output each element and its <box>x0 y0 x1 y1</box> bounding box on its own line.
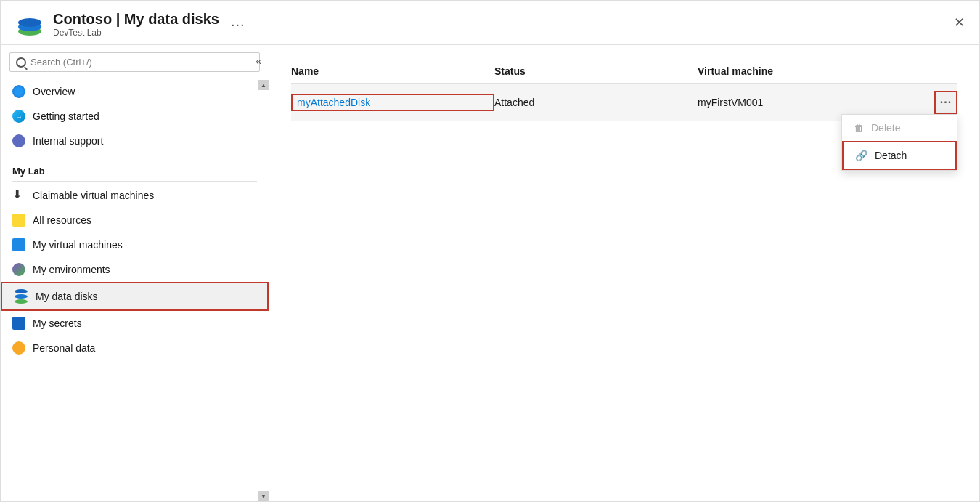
close-button[interactable]: ✕ <box>954 15 965 31</box>
col-header-name: Name <box>291 65 494 77</box>
sidebar-item-label: Internal support <box>33 135 103 147</box>
detach-icon: 🔗 <box>855 150 867 161</box>
sidebar-item-label: Claimable virtual machines <box>33 190 154 201</box>
getting-started-icon <box>12 110 25 123</box>
nav-divider <box>12 155 257 155</box>
col-header-vm: Virtual machine <box>698 65 957 77</box>
sidebar-item-getting-started[interactable]: Getting started <box>1 104 269 129</box>
search-icon <box>16 57 26 68</box>
main-content: Name Status Virtual machine myAttachedDi… <box>269 45 979 501</box>
sidebar-item-label: My data disks <box>36 291 98 302</box>
context-menu-detach[interactable]: 🔗 Detach <box>842 141 957 170</box>
claimable-icon: ⬇ <box>12 189 25 202</box>
all-resources-icon <box>12 214 25 227</box>
svg-point-2 <box>18 18 41 27</box>
disk-name-link[interactable]: myAttachedDisk <box>291 94 494 111</box>
table-row: myAttachedDisk Attached myFirstVM001 ···… <box>291 84 957 121</box>
environments-icon <box>12 263 25 276</box>
context-menu-detach-label: Detach <box>875 150 907 161</box>
context-menu-delete-label: Delete <box>871 122 900 134</box>
sidebar-item-overview[interactable]: Overview <box>1 79 269 104</box>
sidebar-item-internal-support[interactable]: Internal support <box>1 129 269 153</box>
nav-divider-2 <box>12 181 257 182</box>
page-subtitle: DevTest Lab <box>53 28 219 38</box>
header-title-group: Contoso | My data disks DevTest Lab <box>53 11 219 38</box>
sidebar-item-label: Overview <box>33 86 75 97</box>
sidebar-item-all-resources[interactable]: All resources <box>1 208 269 232</box>
search-input[interactable] <box>30 57 253 68</box>
sidebar-item-my-vms[interactable]: My virtual machines <box>1 232 269 257</box>
disk-status: Attached <box>494 97 698 108</box>
header-more-button[interactable]: ··· <box>231 16 245 33</box>
internal-support-icon <box>12 134 25 147</box>
page-title: Contoso | My data disks <box>53 11 219 28</box>
sidebar-nav: Overview Getting started Internal suppor… <box>1 79 269 501</box>
sidebar-item-label: All resources <box>33 214 91 226</box>
sidebar-item-label: Getting started <box>33 110 99 122</box>
disk-vm: myFirstVM001 <box>698 97 934 108</box>
sidebar-item-label: My environments <box>33 264 110 275</box>
sidebar-item-my-environments[interactable]: My environments <box>1 257 269 282</box>
scroll-down-arrow[interactable]: ▼ <box>258 491 269 501</box>
overview-icon <box>12 85 25 98</box>
header: Contoso | My data disks DevTest Lab ··· … <box>1 1 979 45</box>
search-box[interactable] <box>9 52 260 72</box>
personal-data-icon <box>12 341 25 355</box>
sidebar-item-label: My secrets <box>33 317 82 329</box>
sidebar: « Overview Getting started Internal supp… <box>1 45 269 501</box>
secrets-icon <box>12 317 25 330</box>
context-menu: 🗑 Delete 🔗 Detach <box>841 114 957 171</box>
delete-icon: 🗑 <box>854 122 864 134</box>
scroll-up-arrow[interactable]: ▲ <box>258 80 269 90</box>
sidebar-item-personal-data[interactable]: Personal data <box>1 336 269 360</box>
sidebar-item-my-data-disks[interactable]: My data disks <box>1 282 269 311</box>
body: « Overview Getting started Internal supp… <box>1 45 979 501</box>
table-header: Name Status Virtual machine <box>291 60 957 84</box>
sidebar-item-label: Personal data <box>33 342 95 354</box>
collapse-sidebar-button[interactable]: « <box>256 55 261 67</box>
app-logo-icon <box>15 9 44 39</box>
col-header-status: Status <box>494 65 698 77</box>
sidebar-item-label: My virtual machines <box>33 239 123 251</box>
data-disks-icon <box>14 289 28 304</box>
my-lab-section-label: My Lab <box>1 157 269 179</box>
row-more-button[interactable]: ··· <box>934 91 957 114</box>
context-menu-delete[interactable]: 🗑 Delete <box>842 115 957 141</box>
vms-icon <box>12 238 25 251</box>
sidebar-item-my-secrets[interactable]: My secrets <box>1 311 269 336</box>
sidebar-item-claimable-vms[interactable]: ⬇ Claimable virtual machines <box>1 183 269 208</box>
